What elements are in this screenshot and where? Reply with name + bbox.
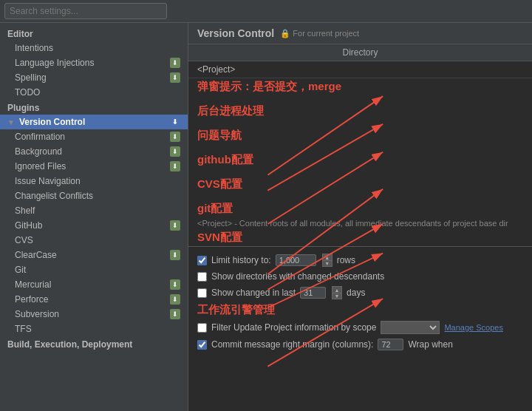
panel-header: Version Control 🔒 For current project — [188, 23, 532, 44]
sidebar: Editor Intentions Language Injections ⬇ … — [0, 23, 188, 411]
sidebar-item-subversion[interactable]: Subversion ⬇ — [0, 307, 188, 322]
annotation-block-6: git配置 — [188, 200, 532, 217]
shelf-label: Shelf — [15, 206, 35, 216]
perforce-label: Perforce — [15, 294, 48, 305]
spelling-badge: ⬇ — [170, 72, 180, 83]
annotation-1: 弹窗提示：是否提交，merge — [197, 80, 341, 92]
annotation-5: CVS配置 — [197, 177, 242, 190]
panel-subtitle: 🔒 For current project — [280, 29, 359, 38]
annotation-block-1: 弹窗提示：是否提交，merge — [188, 78, 532, 95]
sidebar-item-tfs[interactable]: TFS — [0, 322, 188, 336]
background-label: Background — [15, 146, 62, 157]
subversion-label: Subversion — [15, 309, 59, 319]
version-control-badge: ⬇ — [170, 117, 180, 127]
main-content: Editor Intentions Language Injections ⬇ … — [0, 23, 532, 411]
limit-history-spinner[interactable]: ▲ ▼ — [322, 254, 332, 267]
limit-history-checkbox[interactable] — [197, 256, 207, 265]
ignored-files-badge: ⬇ — [170, 161, 180, 171]
git-label: Git — [15, 265, 26, 275]
sidebar-item-perforce[interactable]: Perforce ⬇ — [0, 292, 188, 307]
issue-navigation-label: Issue Navigation — [15, 176, 81, 186]
language-injections-badge: ⬇ — [170, 58, 180, 68]
wrap-when-label: Wrap when — [408, 339, 452, 350]
show-changed-spinner-up[interactable]: ▲ — [332, 286, 342, 293]
github-label: GitHub — [15, 220, 42, 231]
sidebar-item-intentions[interactable]: Intentions — [0, 41, 188, 55]
annotation-4: github配置 — [197, 153, 253, 166]
table-header: Directory — [188, 44, 532, 61]
limit-history-label: Limit history to: — [211, 255, 271, 265]
annotation-block-4: github配置 — [188, 152, 532, 169]
scope-dropdown[interactable] — [381, 321, 440, 334]
sidebar-item-git[interactable]: Git — [0, 262, 188, 277]
changelist-conflicts-label: Changelist Conflicts — [15, 191, 93, 201]
filter-update-label: Filter Update Project information by sco… — [211, 322, 376, 333]
commit-margin-label: Commit message right margin (columns): — [211, 339, 373, 350]
annotation-8: 工作流引警管理 — [197, 303, 275, 316]
sidebar-item-github[interactable]: GitHub ⬇ — [0, 218, 188, 233]
annotation-7: SVN配置 — [197, 231, 242, 243]
sidebar-item-shelf[interactable]: Shelf — [0, 203, 188, 218]
limit-history-unit: rows — [337, 255, 355, 265]
plugins-group-label: Plugins — [0, 100, 188, 115]
annotation-block-3: 问题导航 — [188, 127, 532, 144]
filter-update-checkbox[interactable] — [197, 323, 207, 333]
sidebar-item-cvs[interactable]: CVS — [0, 233, 188, 248]
github-badge: ⬇ — [170, 220, 180, 231]
sidebar-item-version-control[interactable]: ▼ Version Control ⬇ — [0, 115, 188, 129]
manage-scopes-button[interactable]: Manage Scopes — [444, 323, 503, 332]
sidebar-item-spelling[interactable]: Spelling ⬇ — [0, 70, 188, 85]
tfs-label: TFS — [15, 324, 32, 334]
intentions-label: Intentions — [15, 43, 53, 53]
sidebar-item-language-injections[interactable]: Language Injections ⬇ — [0, 55, 188, 70]
sidebar-item-issue-navigation[interactable]: Issue Navigation — [0, 174, 188, 188]
show-directories-label: Show directories with changed descendant… — [211, 271, 384, 282]
sidebar-item-background[interactable]: Background ⬇ — [0, 144, 188, 159]
limit-history-input[interactable] — [276, 254, 316, 266]
commit-margin-input[interactable] — [378, 339, 403, 350]
show-changed-unit: days — [347, 288, 365, 298]
background-badge: ⬇ — [170, 146, 180, 157]
sidebar-item-mercurial[interactable]: Mercurial ⬇ — [0, 277, 188, 292]
mercurial-badge: ⬇ — [170, 279, 180, 290]
limit-history-row: Limit history to: ▲ ▼ rows — [197, 251, 523, 269]
search-input[interactable] — [4, 3, 167, 19]
cvs-label: CVS — [15, 235, 33, 245]
show-changed-label: Show changed in last — [211, 288, 296, 298]
sidebar-item-todo[interactable]: TODO — [0, 85, 188, 100]
show-changed-checkbox[interactable] — [197, 288, 207, 298]
editor-group-label: Editor — [0, 26, 188, 41]
sidebar-item-changelist-conflicts[interactable]: Changelist Conflicts — [0, 188, 188, 203]
annotation-block-7: SVN配置 — [188, 229, 532, 246]
annotation-2: 后台进程处理 — [197, 104, 264, 117]
mercurial-label: Mercurial — [15, 279, 51, 290]
content-note: <Project> - Content roots of all modules… — [188, 217, 532, 229]
clearcase-badge: ⬇ — [170, 250, 180, 260]
sidebar-item-ignored-files[interactable]: Ignored Files ⬇ — [0, 159, 188, 174]
version-control-label: Version Control — [19, 117, 85, 127]
filter-update-row: Filter Update Project information by sco… — [197, 319, 523, 336]
confirmation-label: Confirmation — [15, 132, 65, 142]
settings-section: Limit history to: ▲ ▼ rows Show director… — [188, 246, 532, 357]
show-changed-spinner[interactable]: ▲ ▼ — [332, 286, 342, 299]
spelling-label: Spelling — [15, 72, 47, 83]
confirmation-badge: ⬇ — [170, 132, 180, 142]
show-directories-row: Show directories with changed descendant… — [197, 269, 523, 284]
language-injections-label: Language Injections — [15, 58, 94, 68]
show-directories-checkbox[interactable] — [197, 272, 207, 282]
top-bar — [0, 0, 532, 23]
panel-body: Directory <Project> 弹窗提示：是否提交，merge 后台进程… — [188, 44, 532, 411]
expand-arrow-icon: ▼ — [7, 118, 15, 126]
sidebar-item-clearcase[interactable]: ClearCase ⬇ — [0, 248, 188, 262]
annotation-6: git配置 — [197, 202, 233, 214]
spinner-up-button[interactable]: ▲ — [322, 254, 332, 260]
perforce-badge: ⬇ — [170, 294, 180, 305]
show-changed-spinner-down[interactable]: ▼ — [332, 293, 342, 299]
show-changed-row: Show changed in last ▲ ▼ days — [197, 284, 523, 302]
commit-margin-row: Commit message right margin (columns): W… — [197, 336, 523, 353]
spinner-down-button[interactable]: ▼ — [322, 260, 332, 267]
sidebar-item-confirmation[interactable]: Confirmation ⬇ — [0, 129, 188, 144]
commit-margin-checkbox[interactable] — [197, 340, 207, 350]
show-changed-input[interactable] — [300, 287, 326, 299]
annotation-block-5: CVS配置 — [188, 176, 532, 193]
